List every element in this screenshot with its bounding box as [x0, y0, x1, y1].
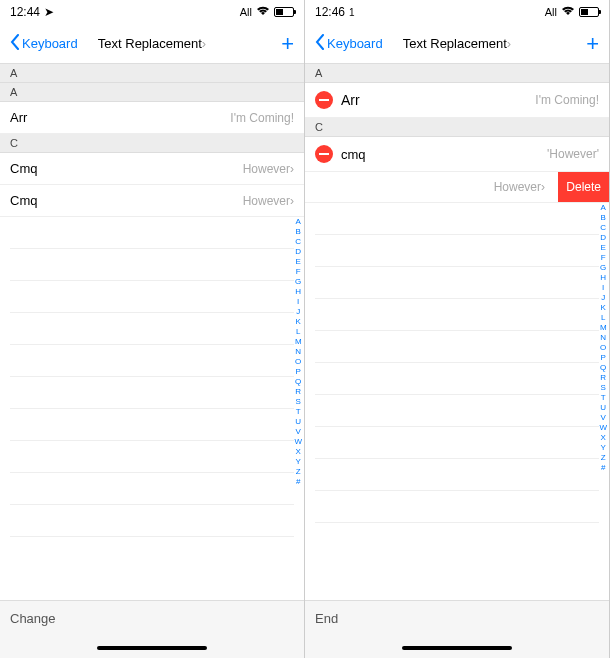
index-letter[interactable]: H: [294, 287, 302, 297]
index-letter[interactable]: J: [294, 307, 302, 317]
index-letter[interactable]: L: [599, 313, 607, 323]
index-letter[interactable]: I: [599, 283, 607, 293]
back-label: Keyboard: [22, 36, 78, 51]
index-letter[interactable]: S: [294, 397, 302, 407]
index-letter[interactable]: X: [294, 447, 302, 457]
index-letter[interactable]: V: [599, 413, 607, 423]
index-letter[interactable]: R: [599, 373, 607, 383]
delete-minus-icon[interactable]: [315, 91, 333, 109]
index-letter[interactable]: M: [599, 323, 607, 333]
index-letter[interactable]: X: [599, 433, 607, 443]
index-letter[interactable]: T: [294, 407, 302, 417]
index-letter[interactable]: F: [294, 267, 302, 277]
footer: End: [305, 600, 609, 658]
index-letter[interactable]: #: [294, 477, 302, 487]
section-header-c: C: [0, 134, 304, 153]
index-letter[interactable]: K: [294, 317, 302, 327]
wifi-icon: [561, 6, 575, 18]
index-letter[interactable]: A: [294, 217, 302, 227]
index-letter[interactable]: W: [294, 437, 302, 447]
table-row-delete[interactable]: However› Delete: [305, 172, 609, 203]
list-area: ABCDEFGHIJKLMNOPQRSTUVWXYZ#: [0, 217, 304, 637]
footer-label: End: [315, 611, 338, 626]
index-letter[interactable]: L: [294, 327, 302, 337]
footer: Change: [0, 600, 304, 658]
index-letter[interactable]: V: [294, 427, 302, 437]
alpha-index[interactable]: ABCDEFGHIJKLMNOPQRSTUVWXYZ#: [599, 203, 607, 473]
index-letter[interactable]: H: [599, 273, 607, 283]
back-button[interactable]: Keyboard: [315, 34, 383, 53]
index-letter[interactable]: A: [599, 203, 607, 213]
nav-bar: Keyboard Text Replacement› +: [0, 24, 304, 64]
index-letter[interactable]: #: [599, 463, 607, 473]
index-letter[interactable]: K: [599, 303, 607, 313]
table-row[interactable]: Arr I'm Coming!: [0, 102, 304, 134]
add-button[interactable]: +: [281, 33, 294, 55]
index-letter[interactable]: D: [599, 233, 607, 243]
back-label: Keyboard: [327, 36, 383, 51]
index-letter[interactable]: Y: [599, 443, 607, 453]
alpha-index[interactable]: ABCDEFGHIJKLMNOPQRSTUVWXYZ#: [294, 217, 302, 487]
delete-minus-icon[interactable]: [315, 145, 333, 163]
index-letter[interactable]: W: [599, 423, 607, 433]
index-letter[interactable]: Q: [599, 363, 607, 373]
index-letter[interactable]: O: [294, 357, 302, 367]
table-row[interactable]: Cmq However›: [0, 185, 304, 217]
index-letter[interactable]: C: [294, 237, 302, 247]
table-row[interactable]: cmq 'However': [305, 137, 609, 172]
index-letter[interactable]: Q: [294, 377, 302, 387]
index-letter[interactable]: I: [294, 297, 302, 307]
index-letter[interactable]: D: [294, 247, 302, 257]
index-letter[interactable]: G: [294, 277, 302, 287]
footer-label: Change: [10, 611, 56, 626]
screen-right: 12:46 1 All Keyboard Text Replacement› +…: [305, 0, 610, 658]
index-letter[interactable]: N: [294, 347, 302, 357]
index-letter[interactable]: C: [599, 223, 607, 233]
index-letter[interactable]: E: [294, 257, 302, 267]
index-letter[interactable]: F: [599, 253, 607, 263]
empty-rows: [0, 217, 304, 537]
table-row[interactable]: Arr I'm Coming!: [305, 83, 609, 118]
page-title: Text Replacement›: [98, 36, 206, 51]
index-letter[interactable]: Y: [294, 457, 302, 467]
index-letter[interactable]: P: [599, 353, 607, 363]
add-button[interactable]: +: [586, 33, 599, 55]
section-hint-a: A: [0, 64, 304, 83]
row-shortcut: Arr: [341, 92, 360, 108]
back-button[interactable]: Keyboard: [10, 34, 78, 53]
status-time: 12:44: [10, 5, 40, 19]
index-letter[interactable]: T: [599, 393, 607, 403]
delete-button[interactable]: Delete: [558, 172, 609, 202]
home-indicator[interactable]: [97, 646, 207, 650]
table-row[interactable]: Cmq However›: [0, 153, 304, 185]
index-letter[interactable]: Z: [599, 453, 607, 463]
nav-bar: Keyboard Text Replacement› +: [305, 24, 609, 64]
index-letter[interactable]: J: [599, 293, 607, 303]
index-letter[interactable]: Z: [294, 467, 302, 477]
section-header-a: A: [0, 83, 304, 102]
home-indicator[interactable]: [402, 646, 512, 650]
row-phrase: However›: [243, 162, 294, 176]
row-shortcut: Arr: [10, 110, 27, 125]
list-area: ABCDEFGHIJKLMNOPQRSTUVWXYZ#: [305, 203, 609, 623]
carrier-label: All: [240, 6, 252, 18]
index-letter[interactable]: P: [294, 367, 302, 377]
index-letter[interactable]: U: [599, 403, 607, 413]
section-header-c: C: [305, 118, 609, 137]
index-letter[interactable]: U: [294, 417, 302, 427]
index-letter[interactable]: S: [599, 383, 607, 393]
index-letter[interactable]: B: [599, 213, 607, 223]
battery-icon: [579, 7, 599, 17]
index-letter[interactable]: G: [599, 263, 607, 273]
index-letter[interactable]: M: [294, 337, 302, 347]
index-letter[interactable]: E: [599, 243, 607, 253]
index-letter[interactable]: O: [599, 343, 607, 353]
chevron-left-icon: [10, 34, 20, 53]
wifi-icon: [256, 6, 270, 18]
index-letter[interactable]: N: [599, 333, 607, 343]
index-letter[interactable]: B: [294, 227, 302, 237]
status-extra: 1: [349, 7, 355, 18]
status-time: 12:46: [315, 5, 345, 19]
index-letter[interactable]: R: [294, 387, 302, 397]
row-phrase: However›: [243, 194, 294, 208]
